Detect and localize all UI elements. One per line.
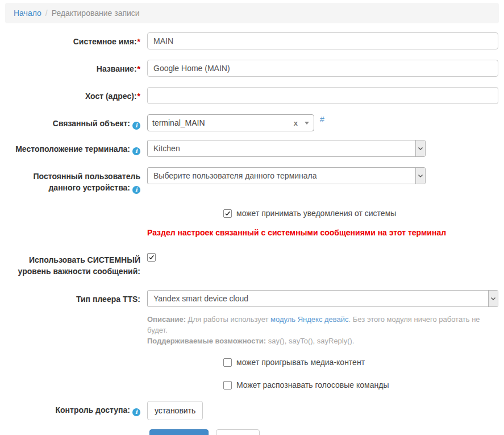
owner-label: Постоянный пользователь данного устройст… <box>5 167 140 194</box>
breadcrumb-current: Редактирование записи <box>52 9 140 18</box>
notifications-checkbox[interactable] <box>223 209 232 218</box>
breadcrumb-home-link[interactable]: Начало <box>14 9 41 18</box>
required-mark: * <box>138 92 140 101</box>
owner-value: Выберите пользователя данного терминала <box>148 168 415 184</box>
info-icon[interactable]: i <box>132 122 140 130</box>
linked-object-select[interactable]: terminal_MAIN x <box>147 114 314 131</box>
section-note: Раздел настроек связанный с системными с… <box>147 228 498 237</box>
row-host: Хост (адрес):* <box>5 87 499 104</box>
breadcrumb: Начало/Редактирование записи <box>5 3 499 23</box>
tts-player-label: Тип плеера TTS: <box>5 290 140 305</box>
object-hash-link[interactable]: # <box>320 115 324 124</box>
yandex-module-link[interactable]: модуль Яндекс девайс <box>270 315 349 324</box>
location-value: Kitchen <box>148 140 415 156</box>
chevron-down-icon <box>488 291 498 306</box>
system-name-label: Системное имя:* <box>5 32 140 47</box>
required-mark: * <box>138 37 140 46</box>
chevron-down-icon <box>415 168 425 184</box>
access-control-label: Контроль доступа:i <box>5 401 140 416</box>
set-access-button[interactable]: установить <box>147 401 203 420</box>
row-section-note: Раздел настроек связанный с системными с… <box>5 228 499 237</box>
row-notifications: может принимать уведомления от системы <box>5 209 499 218</box>
info-icon[interactable]: i <box>132 408 140 416</box>
row-voice: Может распознавать голосовые команды <box>5 380 499 390</box>
info-icon[interactable]: i <box>132 186 140 194</box>
row-system-level: Использовать СИСТЕМНЫЙ уровень важности … <box>5 251 499 277</box>
chevron-down-icon <box>415 140 425 156</box>
system-name-input[interactable] <box>147 32 498 49</box>
breadcrumb-separator: / <box>41 9 52 18</box>
capabilities-title: Поддерживаемые возможности: <box>147 337 266 345</box>
clear-selection-icon[interactable]: x <box>294 119 298 127</box>
location-label: Местоположение терминала:i <box>5 140 140 155</box>
media-checkbox-label[interactable]: может проигрывать медиа-контент <box>236 358 365 367</box>
edit-record-page: Начало/Редактирование записи Системное и… <box>0 0 504 435</box>
row-media: может проигрывать медиа-контент <box>5 358 499 367</box>
cancel-button[interactable]: Отмена <box>216 429 259 435</box>
tts-player-select[interactable]: Yandex smart device cloud <box>147 290 498 307</box>
row-owner: Постоянный пользователь данного устройст… <box>5 167 499 194</box>
row-linked-object: Связанный объект:i terminal_MAIN x # <box>5 114 499 131</box>
host-input[interactable] <box>147 87 498 104</box>
voice-checkbox[interactable] <box>223 381 232 390</box>
tts-description: Описание: Для работы использует модуль Я… <box>147 314 498 346</box>
row-system-name: Системное имя:* <box>5 32 499 49</box>
info-icon[interactable]: i <box>132 147 140 155</box>
host-label: Хост (адрес):* <box>5 87 140 102</box>
name-label: Название:* <box>5 60 140 74</box>
media-checkbox[interactable] <box>223 358 232 367</box>
voice-checkbox-label[interactable]: Может распознавать голосовые команды <box>236 380 389 390</box>
checkmark-icon <box>148 254 155 260</box>
system-level-label: Использовать СИСТЕМНЫЙ уровень важности … <box>5 251 140 277</box>
checkmark-icon <box>224 210 231 217</box>
row-name: Название:* <box>5 60 499 77</box>
save-button[interactable]: Сохранить <box>149 429 209 435</box>
linked-object-value: terminal_MAIN <box>152 118 294 127</box>
location-select[interactable]: Kitchen <box>147 140 426 157</box>
system-level-checkbox[interactable] <box>147 253 156 262</box>
description-title: Описание: <box>147 315 186 324</box>
row-actions: Сохранить Отмена <box>5 429 499 435</box>
row-tts-player: Тип плеера TTS: Yandex smart device clou… <box>5 290 499 346</box>
tts-player-value: Yandex smart device cloud <box>148 291 488 306</box>
row-location: Местоположение терминала:i Kitchen <box>5 140 499 157</box>
owner-select[interactable]: Выберите пользователя данного терминала <box>147 167 426 184</box>
caret-down-icon <box>305 122 309 125</box>
notifications-checkbox-label[interactable]: может принимать уведомления от системы <box>236 209 396 218</box>
row-access-control: Контроль доступа:i установить <box>5 401 499 420</box>
linked-object-label: Связанный объект:i <box>5 114 140 130</box>
name-input[interactable] <box>147 60 498 77</box>
required-mark: * <box>138 64 140 73</box>
